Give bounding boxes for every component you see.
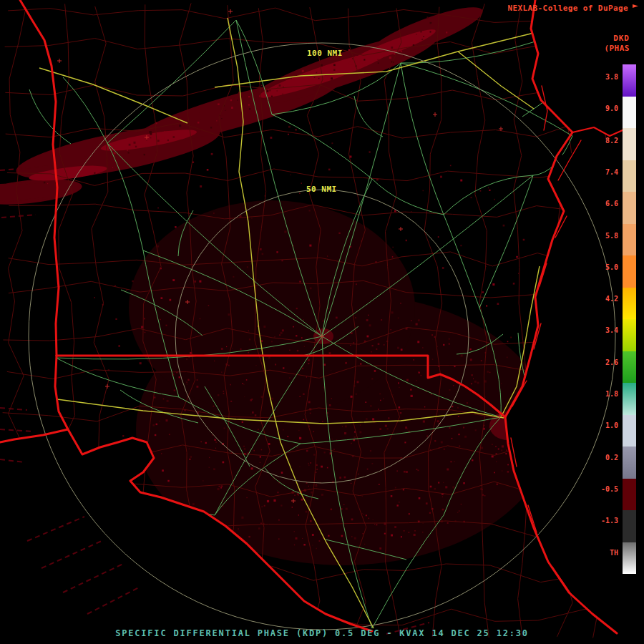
echo-speck [230, 527, 231, 527]
echo-speck [221, 371, 223, 373]
echo-speck [247, 266, 248, 268]
echo-speck [122, 435, 124, 436]
echo-speck [494, 472, 495, 474]
radar-display: NEXLAB-College of DuPage DKD (PHAS 100 N… [0, 0, 644, 644]
echo-speck [371, 351, 372, 353]
echo-speck [395, 487, 396, 489]
echo-speck [391, 311, 394, 313]
echo-speck [461, 504, 462, 504]
echo-speck [258, 527, 260, 530]
echo-speck [403, 489, 404, 490]
echo-speck [287, 436, 288, 437]
cod-logo-icon [631, 4, 640, 12]
echo-speck [351, 443, 351, 444]
colorbar-segment [623, 479, 636, 511]
colorbar-label: TH [588, 549, 618, 557]
echo-speck [329, 404, 331, 406]
colorbar-segment [623, 415, 636, 447]
echo-speck [366, 418, 367, 420]
colorbar-segment [623, 64, 636, 97]
echo-speck [197, 386, 199, 388]
echo-speck [192, 503, 195, 505]
echo-speck [367, 469, 369, 470]
echo-speck [399, 406, 401, 409]
echo-speck [210, 127, 212, 128]
echo-speck [157, 245, 160, 248]
echo-speck [398, 382, 399, 384]
echo-speck [391, 495, 393, 497]
echo-speck [291, 77, 292, 79]
echo-speck [266, 90, 268, 92]
echo-speck [450, 165, 452, 167]
echo-speck [318, 78, 319, 79]
county-line [8, 564, 628, 582]
echo-speck [179, 125, 181, 127]
echo-speck [421, 375, 422, 376]
echo-speck [406, 379, 409, 381]
road [479, 175, 533, 308]
echo-speck [364, 59, 365, 61]
echo-speck [403, 55, 404, 57]
ring-label-100nmi: 100 NMI [307, 49, 343, 57]
echo-speck [308, 363, 309, 364]
echo-speck [273, 499, 275, 502]
echo-speck [418, 319, 420, 321]
echo-speck [288, 134, 289, 135]
echo-speck [264, 505, 265, 507]
echo-speck [503, 225, 505, 227]
echo-speck [167, 480, 170, 482]
echo-speck [174, 389, 175, 391]
echo-speck [197, 379, 198, 381]
echo-speck [366, 514, 367, 516]
echo-speck [166, 419, 168, 421]
clutter-streak [0, 459, 24, 462]
echo-speck [281, 472, 283, 474]
echo-speck [321, 466, 323, 468]
echo-speck [248, 352, 249, 353]
echo-speck [463, 426, 464, 428]
echo-speck [201, 130, 203, 132]
colorbar-label: 5.0 [588, 263, 618, 271]
echo-speck [226, 110, 227, 111]
county-line [514, 4, 527, 637]
echo-speck [463, 482, 465, 484]
echo-speck [480, 190, 482, 192]
echo-speck [422, 347, 423, 348]
echo-speck [208, 305, 210, 306]
echo-speck [155, 152, 157, 153]
echo-speck [207, 169, 209, 171]
echo-speck [416, 323, 418, 326]
echo-speck [194, 280, 196, 283]
echo-speck [303, 319, 304, 320]
echo-speck [270, 137, 272, 139]
clutter-streak [27, 517, 84, 541]
echo-speck [454, 366, 456, 367]
clutter-streak [42, 541, 102, 568]
echo-speck [173, 136, 175, 138]
county-line [58, 4, 75, 637]
echo-speck [308, 359, 310, 361]
echo-speck [461, 355, 463, 357]
echo-speck [316, 469, 318, 470]
echo-speck [260, 462, 260, 463]
echo-speck [343, 504, 344, 505]
echo-speck [195, 124, 196, 125]
county-line [8, 8, 26, 637]
echo-speck [213, 213, 214, 213]
barrier-island [558, 140, 581, 180]
echo-speck [243, 446, 245, 447]
echo-speck [85, 155, 87, 156]
echo-speck [115, 318, 117, 320]
echo-speck [367, 336, 369, 338]
city-marker [399, 227, 403, 231]
echo-speck [423, 36, 424, 37]
echo-speck [144, 154, 145, 155]
echo-speck [312, 534, 314, 536]
echo-speck [341, 535, 343, 537]
echo-speck [309, 210, 311, 211]
echo-speck [481, 360, 482, 361]
echo-speck [284, 230, 286, 233]
county-line [557, 6, 575, 637]
echo-speck [269, 89, 270, 91]
echo-speck [226, 346, 227, 347]
